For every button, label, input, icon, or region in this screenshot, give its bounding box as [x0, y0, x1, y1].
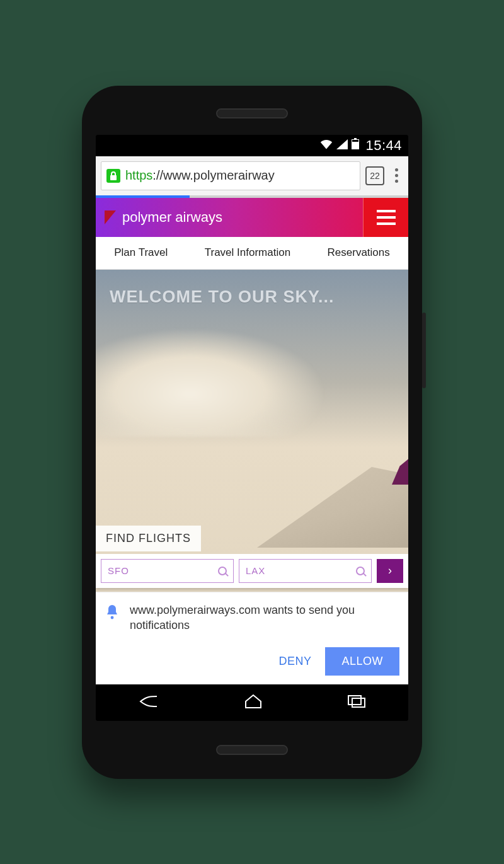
bottom-speaker [217, 746, 287, 754]
android-nav-bar [96, 684, 408, 721]
airplane-wing-decoration [257, 447, 408, 548]
address-bar[interactable]: https ://www.polymerairway [101, 161, 360, 190]
notification-permission-prompt: www.polymerairways.com wants to send you… [96, 592, 408, 684]
svg-rect-1 [354, 138, 357, 139]
from-airport-input[interactable]: SFO [101, 559, 234, 583]
menu-button[interactable] [363, 198, 408, 237]
home-button[interactable] [244, 694, 263, 711]
search-icon [218, 567, 227, 575]
to-airport-value: LAX [246, 565, 265, 576]
browser-toolbar: https ://www.polymerairway 22 [96, 156, 408, 195]
recents-button[interactable] [347, 694, 366, 711]
search-flights-button[interactable]: › [377, 559, 403, 583]
find-flights-label: FIND FLIGHTS [96, 526, 201, 551]
chevron-right-icon: › [388, 564, 392, 577]
allow-button[interactable]: ALLOW [325, 647, 399, 676]
android-status-bar: 15:44 [96, 135, 408, 156]
nav-travel-information[interactable]: Travel Information [201, 246, 294, 259]
svg-rect-2 [352, 140, 358, 142]
url-scheme: https [125, 168, 152, 183]
cell-signal-icon [336, 138, 348, 153]
nav-plan-travel[interactable]: Plan Travel [110, 246, 171, 259]
site-header: polymer airways [96, 198, 408, 237]
bell-icon [105, 604, 120, 619]
brand[interactable]: polymer airways [96, 198, 231, 237]
hamburger-icon [377, 210, 396, 225]
earpiece [217, 110, 287, 117]
hero: WELCOME TO OUR SKY... FIND FLIGHTS SFO L… [96, 270, 408, 592]
svg-rect-3 [110, 175, 117, 180]
hero-headline: WELCOME TO OUR SKY... [110, 287, 335, 307]
svg-rect-6 [352, 698, 365, 707]
nav-reservations[interactable]: Reservations [324, 246, 394, 259]
prompt-message: www.polymerairways.com wants to send you… [130, 602, 399, 633]
screen: 15:44 https ://www.polymerairway 22 [96, 135, 408, 721]
lock-icon [106, 169, 120, 183]
url-rest: ://www.polymerairway [152, 168, 274, 183]
wifi-icon [320, 138, 333, 153]
primary-nav: Plan Travel Travel Information Reservati… [96, 237, 408, 270]
flight-search-row: SFO LAX › [96, 554, 408, 588]
search-icon [356, 567, 365, 575]
phone-frame: 15:44 https ://www.polymerairway 22 [82, 86, 422, 779]
brand-logo-icon [105, 210, 116, 224]
brand-name: polymer airways [122, 209, 222, 226]
clock: 15:44 [365, 137, 402, 154]
back-button[interactable] [138, 694, 159, 711]
svg-rect-5 [348, 696, 361, 705]
svg-point-4 [111, 616, 114, 619]
browser-menu-button[interactable] [389, 168, 403, 183]
tab-switcher[interactable]: 22 [365, 166, 384, 185]
from-airport-value: SFO [108, 565, 129, 576]
winglet-decoration [392, 458, 408, 485]
tab-count: 22 [370, 171, 380, 181]
cloud-decoration [96, 330, 323, 437]
battery-icon [352, 138, 359, 153]
deny-button[interactable]: DENY [276, 648, 314, 674]
to-airport-input[interactable]: LAX [239, 559, 372, 583]
power-button [422, 313, 426, 388]
